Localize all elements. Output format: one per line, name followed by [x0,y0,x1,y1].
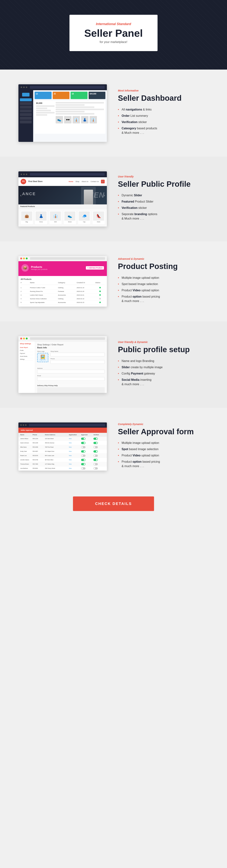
hero-title: Seller Panel [84,28,143,39]
phone-field: Phone [50,358,105,364]
toggle-a7[interactable] [81,463,85,465]
toggle-v8[interactable] [93,467,98,469]
row3-num: 3 [21,294,30,296]
delivery-title: Delivery Ship Pickup Help [37,385,105,386]
col-phone-h: Phone [33,434,44,436]
r4-form[interactable]: View [69,451,80,452]
product-row-1: 1 Premium Cotton T-shirt Clothing 2023-0… [21,286,105,290]
dot-green [26,257,28,259]
r3-form[interactable]: View [69,446,80,448]
logo-url-text: Logo URL [40,359,46,360]
add-product-button[interactable]: + Add New Product [86,266,104,270]
right-row-2 [55,104,84,106]
cta-section: CHECK DETAILS [0,485,227,526]
all-products-title: All Products [21,278,105,280]
shop-name-input[interactable] [50,353,105,356]
dash-row-5 [36,114,47,116]
store-nav: Home Shop About Us Contact Us [69,181,99,182]
col-created: Created At [77,282,95,284]
next-arrow-icon[interactable]: › [104,193,105,197]
prev-arrow-icon[interactable]: ‹ [20,193,22,197]
toggle-a1[interactable] [81,438,85,440]
r8-name: Lisa Martinez [20,468,32,469]
toggle-v3[interactable] [93,446,98,448]
pp-feature-3: Product Video upload option [118,288,209,292]
r5-form[interactable]: View [69,455,80,456]
product-header-info: Products Manage your products [31,266,84,270]
sidebar-item-payment[interactable]: Payment [20,352,33,355]
toggle-a6[interactable] [81,459,85,461]
row5-created: 2023-02-15 [77,302,95,303]
approval-row-3: Mike Davis 555-3456 789 Pine Road View [18,445,107,450]
dash-row-3 [36,110,51,111]
product-img-e: 🧢 [79,211,90,221]
delivery-content [37,387,105,393]
nav-about[interactable]: About Us [81,181,88,182]
toggle-a4[interactable] [81,450,85,453]
right-panel: 👟 🕶️ 👔 👗 👔 [55,102,104,132]
r1-form[interactable]: View [69,438,80,439]
sidebar-item-social[interactable]: Social Media [20,355,33,358]
toggle-v4[interactable] [93,450,98,453]
toggle-a5[interactable] [81,455,85,457]
r5-approval [81,455,93,457]
dashboard-text: Most Informative Seller Dashboard All na… [118,89,209,137]
toggle-a8[interactable] [81,467,85,469]
col-status: Status [95,282,105,284]
sidebar-item-profile[interactable]: Profile [20,349,33,352]
toggle-v2[interactable] [93,442,98,444]
shop-name-label: Shop Name [50,350,105,352]
logo-upload-area: Store Logo 🖼️ Logo URL [37,350,48,365]
r7-form[interactable]: View [69,463,80,465]
topbar-dot-2 [23,87,25,88]
r6-verified [93,459,105,461]
r8-form[interactable]: View [69,468,80,469]
feature-item-4: Cateogory based products& Much more . . … [118,126,209,135]
col-name: Name [30,282,58,284]
approval-tag: Completely Dynamic [118,423,209,426]
row3-created: 2023-02-01 [77,294,95,296]
toggle-a3[interactable] [81,446,85,448]
row4-category: Clothing [58,298,77,300]
toggle-v1[interactable] [93,438,98,440]
a-dot-3 [25,424,27,426]
toggle-v6[interactable] [93,459,98,461]
nav-shop[interactable]: Shop [75,181,79,182]
phone-input[interactable] [50,360,105,364]
setup-dot-yellow [23,338,25,339]
setup-feature-4: Social Media inserting& much more . . . [118,378,209,386]
cart-icon[interactable]: 🛒 [101,180,105,183]
check-details-button[interactable]: CHECK DETAILS [73,496,154,511]
address-input[interactable] [37,370,105,373]
nav-contact[interactable]: Contact Us [90,181,99,182]
product-img-2: 🕶️ [64,116,72,123]
topbar-dot-c [26,174,27,175]
col-verified-h: Verified [93,434,105,436]
topbar-dot-1 [21,87,22,88]
dashboard-section: 12 25 18 $44,000 $3,000 [0,69,227,157]
status-inactive-4 [99,298,101,300]
row3-category: Accessories [58,294,77,296]
right-row-3 [55,106,94,108]
product-name-6: Heels [93,221,104,224]
product-name-5: Cap [79,221,90,224]
sidebar-item-order[interactable]: Order Report [20,346,33,349]
approval-row-7: Thomas Brown 555-7890 147 Walnut Way Vie… [18,462,107,466]
toggle-v5[interactable] [93,455,98,457]
r1-verified [93,438,105,440]
setup-title: Public profile setup [118,345,209,354]
toggle-v7[interactable] [93,463,98,465]
nav-home[interactable]: Home [69,181,73,182]
r2-form[interactable]: View [69,442,80,443]
hero-card: International Standard Seller Panel for … [70,15,157,51]
dashboard-screenshot: 12 25 18 $44,000 $3,000 [18,84,107,142]
hero-description: for your marketplace! [84,40,143,44]
toggle-a2[interactable] [81,442,85,444]
sidebar-item-settings[interactable]: Settings [20,358,33,361]
r6-form[interactable]: View [69,459,80,461]
dash-row-4 [36,112,54,114]
email-input[interactable] [37,377,105,381]
r3-address: 789 Pine Road [45,446,68,448]
logo-and-fields: Store Logo 🖼️ Logo URL Shop Name [37,350,105,365]
logo-drop-zone[interactable]: 🖼️ Logo URL [37,353,48,362]
